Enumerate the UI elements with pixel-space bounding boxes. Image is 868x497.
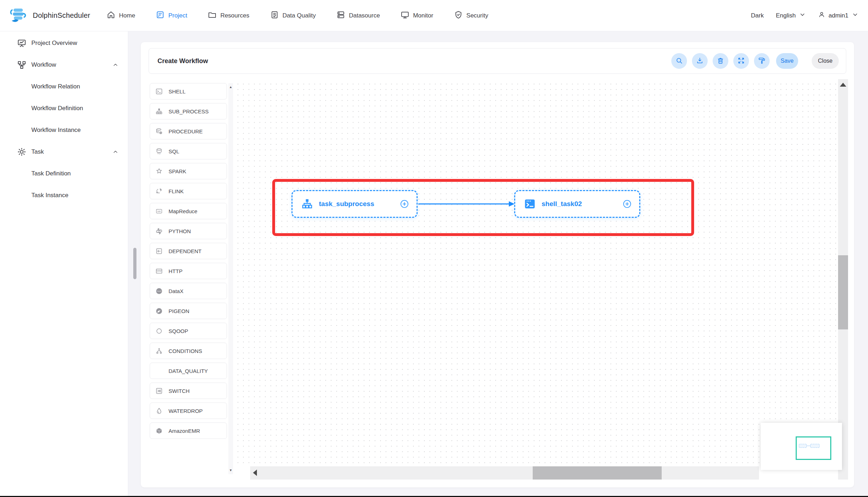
download-icon — [696, 57, 704, 66]
format-icon — [758, 57, 766, 66]
search-button[interactable] — [671, 53, 687, 69]
task-type-shell[interactable]: SHELL — [150, 83, 227, 99]
spark-icon — [155, 168, 163, 175]
brand[interactable]: DolphinScheduler — [9, 6, 90, 25]
task-type-data_quality[interactable]: DATA_QUALITY — [150, 363, 227, 379]
task-type-procedure[interactable]: PROCEDURE — [150, 123, 227, 139]
plus-circle-icon[interactable] — [399, 199, 409, 209]
sidebar-scrollbar-thumb[interactable] — [133, 248, 136, 279]
task-type-flink[interactable]: FLINK — [150, 183, 227, 199]
minimap-node — [810, 444, 820, 448]
subprocess-icon — [155, 108, 163, 115]
plus-circle-icon[interactable] — [622, 199, 632, 209]
dag-minimap[interactable] — [761, 423, 842, 470]
task-type-waterdrop[interactable]: WATERDROP — [150, 403, 227, 419]
fullscreen-button[interactable] — [733, 53, 749, 69]
python-icon — [155, 227, 163, 235]
sidebar-item-workflow-relation[interactable]: Workflow Relation — [0, 76, 128, 97]
home-icon — [107, 10, 115, 21]
pigeon-icon — [155, 307, 163, 315]
sidebar-item-task-definition[interactable]: Task Definition — [0, 163, 128, 184]
project-overview-icon — [17, 39, 26, 48]
sidebar: Project OverviewWorkflowWorkflow Relatio… — [0, 31, 128, 496]
sidebar-item-task[interactable]: Task — [0, 141, 128, 163]
search-icon — [675, 57, 683, 66]
dag-node-task-subprocess[interactable]: task_subprocess — [291, 190, 418, 218]
monitor-icon — [401, 10, 409, 21]
datax-icon: DataX — [155, 287, 163, 295]
dag-edge[interactable] — [417, 199, 517, 209]
task-type-switch[interactable]: SWITCH — [150, 383, 227, 399]
language-select[interactable]: English — [776, 11, 806, 20]
theme-toggle[interactable]: Dark — [751, 12, 764, 19]
scroll-left-icon[interactable] — [253, 470, 257, 476]
canvas-horizontal-scrollbar[interactable] — [250, 466, 759, 480]
no-icon — [155, 367, 163, 375]
node-label: task_subprocess — [319, 200, 374, 208]
minimap-edge — [807, 446, 810, 446]
scroll-up-icon[interactable]: ▲ — [228, 85, 233, 89]
svg-text:MR: MR — [157, 210, 161, 212]
sqoop-icon — [155, 327, 163, 335]
security-icon — [454, 10, 463, 21]
sidebar-item-task-instance[interactable]: Task Instance — [0, 184, 128, 206]
sidebar-item-workflow[interactable]: Workflow — [0, 54, 128, 76]
chevron-down-icon — [852, 11, 859, 20]
svg-text:DataX: DataX — [157, 290, 161, 292]
task-type-dependent[interactable]: DEPENDENT — [150, 243, 227, 259]
sidebar-item-project-overview[interactable]: Project Overview — [0, 32, 128, 54]
minimap-viewport[interactable] — [796, 436, 831, 460]
sidebar-item-workflow-instance[interactable]: Workflow Instance — [0, 119, 128, 141]
close-button[interactable]: Close — [812, 53, 839, 69]
horizontal-scroll-thumb[interactable] — [533, 466, 662, 480]
trash-icon — [717, 57, 724, 66]
nav-item-security[interactable]: Security — [454, 10, 488, 21]
svg-text:SQL: SQL — [157, 152, 161, 154]
task-type-python[interactable]: PYTHON — [150, 223, 227, 239]
top-navbar: DolphinScheduler HomeProjectResourcesDat… — [0, 0, 868, 31]
fullscreen-icon — [737, 57, 745, 66]
chevron-down-icon — [799, 11, 806, 20]
scroll-up-icon[interactable] — [840, 83, 846, 87]
vertical-scroll-thumb[interactable] — [838, 255, 848, 329]
shell-icon — [155, 88, 163, 95]
chevron-up-icon — [112, 149, 119, 155]
canvas-vertical-scrollbar[interactable] — [838, 79, 848, 480]
task-type-spark[interactable]: SPARK — [150, 163, 227, 179]
task-type-http[interactable]: HTTPHTTP — [150, 263, 227, 279]
nav-menu: HomeProjectResourcesData QualityDatasour… — [107, 10, 488, 21]
save-button[interactable]: Save — [776, 53, 798, 69]
node-label: shell_task02 — [542, 200, 582, 208]
task-panel-scrollbar[interactable]: ▲ ▼ — [228, 83, 233, 474]
workflow-header: Create Workflow Save Close — [149, 48, 846, 74]
nav-item-home[interactable]: Home — [107, 10, 135, 21]
dependent-icon — [155, 247, 163, 255]
task-type-conditions[interactable]: CONDITIONS — [150, 343, 227, 359]
nav-item-datasource[interactable]: Datasource — [336, 10, 380, 21]
task-type-datax[interactable]: DataXDataX — [150, 283, 227, 299]
nav-item-project[interactable]: Project — [156, 10, 187, 21]
task-type-amazonemr[interactable]: AmazonEMR — [150, 422, 227, 439]
task-type-sqoop[interactable]: SQOOP — [150, 323, 227, 339]
project-icon — [156, 10, 165, 21]
task-type-mapreduce[interactable]: MRMapReduce — [150, 203, 227, 219]
sidebar-item-workflow-definition[interactable]: Workflow Definition — [0, 97, 128, 119]
download-button[interactable] — [692, 53, 708, 69]
main-content-card: Create Workflow Save Close SHELLSUB_PROC… — [141, 42, 854, 487]
format-button[interactable] — [754, 53, 770, 69]
gear-icon — [17, 147, 26, 157]
nav-item-monitor[interactable]: Monitor — [401, 10, 433, 21]
switch-icon — [155, 387, 163, 395]
task-type-pigeon[interactable]: PIGEON — [150, 303, 227, 319]
dag-canvas[interactable] — [235, 81, 837, 466]
user-menu[interactable]: admin1 — [818, 11, 859, 20]
task-type-sub_process[interactable]: SUB_PROCESS — [150, 103, 227, 119]
dag-node-shell-task02[interactable]: shell_task02 — [514, 190, 640, 218]
task-type-sql[interactable]: SQLSQL — [150, 143, 227, 159]
delete-button[interactable] — [713, 53, 728, 69]
user-icon — [818, 11, 825, 20]
nav-item-data-quality[interactable]: Data Quality — [270, 10, 316, 21]
scroll-down-icon[interactable]: ▼ — [228, 468, 233, 472]
workflow-icon — [17, 60, 26, 70]
nav-item-resources[interactable]: Resources — [208, 10, 249, 21]
